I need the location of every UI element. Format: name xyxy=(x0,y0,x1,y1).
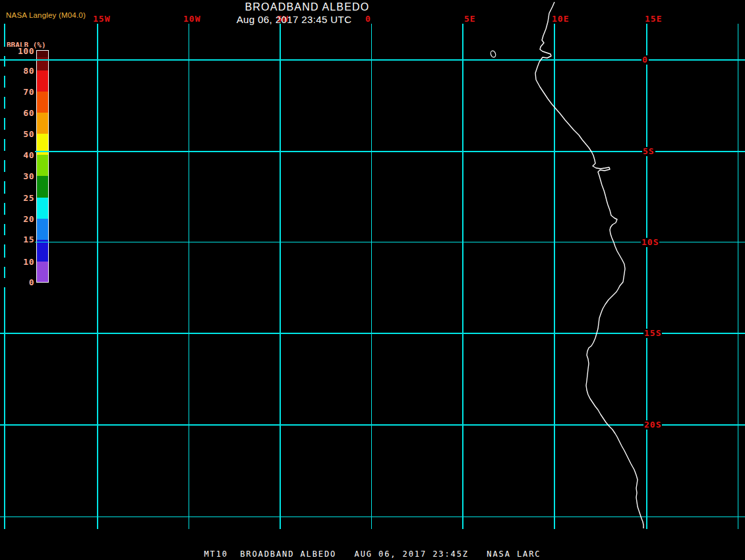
product-title: BROADBAND ALBEDO xyxy=(189,1,426,13)
product-timestamp: Aug 06, 2017 23:45 UTC xyxy=(189,14,400,25)
nasa-credit-label: NASA Langley (M04.0) xyxy=(6,11,86,19)
status-bar: MT10 BROADBAND ALBEDO AUG 06, 2017 23:45… xyxy=(0,549,745,559)
albedo-map-product: BBALB (%) 15W10W5W05E10E15E 05S10S15S20S… xyxy=(0,0,745,560)
header: NASA Langley (M04.0) BROADBAND ALBEDO Au… xyxy=(0,0,745,560)
